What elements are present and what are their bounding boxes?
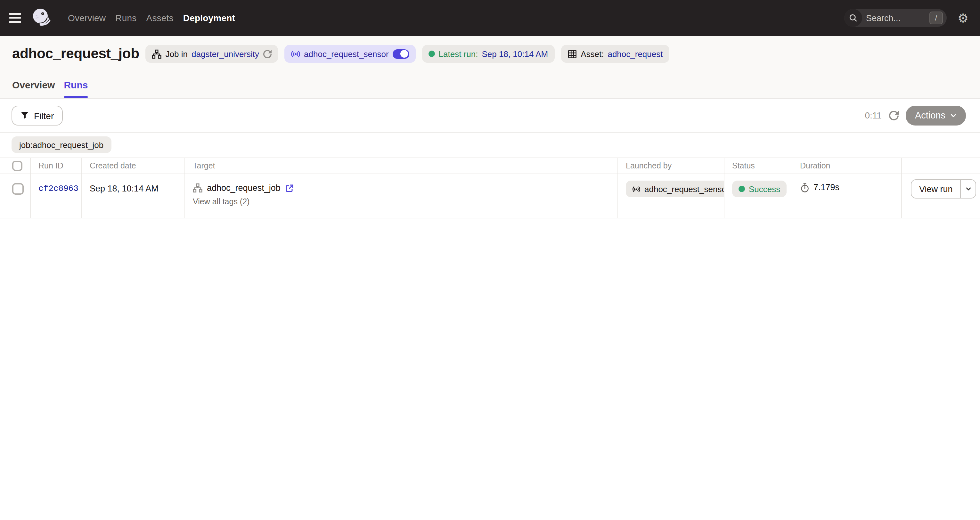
- search-shortcut-badge: /: [929, 11, 943, 24]
- latest-run-badge[interactable]: Latest run: Sep 18, 10:14 AM: [422, 45, 555, 63]
- filter-chip-job[interactable]: job:adhoc_request_job: [11, 137, 111, 153]
- stopwatch-icon: [800, 183, 810, 193]
- toolbar-right-group: 0:11 Actions: [865, 99, 966, 132]
- launched-by-tag[interactable]: adhoc_request_sensor: [626, 181, 724, 197]
- search-icon: [844, 9, 862, 27]
- column-header-created-date: Created date: [82, 158, 185, 173]
- status-dot: [738, 186, 745, 192]
- dagster-logo-icon[interactable]: [31, 8, 52, 28]
- column-header-launched-by: Launched by: [618, 158, 724, 173]
- view-run-button[interactable]: View run: [912, 180, 961, 198]
- page-header: adhoc_request_job Job in dagster_univers…: [0, 36, 980, 99]
- select-all-checkbox[interactable]: [12, 161, 22, 171]
- sensor-badge[interactable]: adhoc_request_sensor: [284, 45, 416, 63]
- job-graph-icon: [193, 183, 202, 193]
- column-header-run-id: Run ID: [31, 158, 82, 173]
- status-badge[interactable]: Success: [732, 181, 787, 197]
- nav-overview[interactable]: Overview: [68, 13, 106, 23]
- column-header-duration: Duration: [792, 158, 902, 173]
- column-header-target: Target: [185, 158, 618, 173]
- job-location-text: Job in: [165, 49, 188, 59]
- filter-button-label: Filter: [34, 110, 54, 121]
- nav-assets[interactable]: Assets: [146, 13, 173, 23]
- table-header-row: Run ID Created date Target Launched by S…: [0, 157, 980, 174]
- repo-link[interactable]: dagster_university: [191, 49, 259, 59]
- launched-by-name: adhoc_request_sensor: [644, 184, 724, 194]
- sensor-icon: [632, 185, 641, 193]
- page-tabs: Overview Runs: [12, 80, 88, 98]
- view-run-caret-button[interactable]: [961, 180, 976, 198]
- asset-badge[interactable]: Asset: adhoc_request: [561, 45, 669, 63]
- chevron-down-icon: [950, 112, 957, 119]
- page-title: adhoc_request_job: [12, 46, 139, 62]
- topbar-right-group: / ⚙: [844, 9, 969, 27]
- dagster-app: Overview Runs Assets Deployment / ⚙ adho…: [0, 0, 980, 520]
- actions-button-label: Actions: [915, 110, 945, 120]
- filter-funnel-icon: [21, 111, 29, 120]
- created-date-value: Sep 18, 10:14 AM: [82, 174, 185, 218]
- table-row: cf2c8963 Sep 18, 10:14 AM adhoc_request_…: [0, 174, 980, 218]
- column-header-status: Status: [724, 158, 792, 173]
- latest-run-status-dot: [428, 51, 435, 57]
- sensor-icon: [291, 49, 300, 59]
- main-nav: Overview Runs Assets Deployment: [68, 13, 235, 23]
- asset-table-icon: [567, 49, 577, 59]
- filter-button[interactable]: Filter: [11, 106, 63, 126]
- hamburger-menu-icon[interactable]: [9, 9, 27, 27]
- title-row: adhoc_request_job Job in dagster_univers…: [12, 45, 669, 63]
- column-header-actions: [902, 158, 980, 173]
- external-link-icon[interactable]: [285, 183, 294, 192]
- asset-link[interactable]: adhoc_request: [608, 49, 663, 59]
- target-line: adhoc_request_job: [193, 183, 617, 193]
- job-graph-icon: [152, 49, 162, 59]
- active-filters-row: job:adhoc_request_job: [0, 132, 980, 157]
- refresh-countdown: 0:11: [865, 110, 881, 120]
- view-run-split-button: View run: [911, 179, 977, 199]
- reload-repo-icon[interactable]: [263, 49, 271, 58]
- duration-value: 7.179s: [813, 183, 839, 192]
- run-id-link[interactable]: cf2c8963: [31, 174, 82, 218]
- tab-runs[interactable]: Runs: [64, 80, 88, 98]
- latest-run-link[interactable]: Sep 18, 10:14 AM: [482, 49, 548, 59]
- top-navigation-bar: Overview Runs Assets Deployment / ⚙: [0, 0, 980, 36]
- global-search[interactable]: /: [844, 9, 947, 27]
- view-all-tags-link[interactable]: View all tags (2): [193, 197, 250, 206]
- target-job-name[interactable]: adhoc_request_job: [207, 183, 280, 193]
- gear-icon[interactable]: ⚙: [958, 12, 969, 24]
- row-checkbox[interactable]: [12, 183, 24, 195]
- status-label: Success: [749, 184, 780, 194]
- search-input[interactable]: [866, 13, 922, 23]
- runs-toolbar: Filter 0:11 Actions: [0, 99, 980, 132]
- refresh-icon[interactable]: [888, 109, 900, 122]
- nav-deployment[interactable]: Deployment: [183, 13, 235, 23]
- sensor-toggle[interactable]: [393, 49, 409, 59]
- tab-overview[interactable]: Overview: [12, 80, 55, 98]
- job-location-badge[interactable]: Job in dagster_university: [146, 45, 278, 63]
- nav-runs[interactable]: Runs: [115, 13, 137, 23]
- sensor-name[interactable]: adhoc_request_sensor: [304, 49, 389, 59]
- runs-table: Run ID Created date Target Launched by S…: [0, 157, 980, 218]
- chevron-down-icon: [965, 186, 972, 192]
- asset-label: Asset:: [581, 49, 604, 59]
- actions-button[interactable]: Actions: [906, 105, 966, 125]
- latest-run-label: Latest run:: [439, 49, 478, 59]
